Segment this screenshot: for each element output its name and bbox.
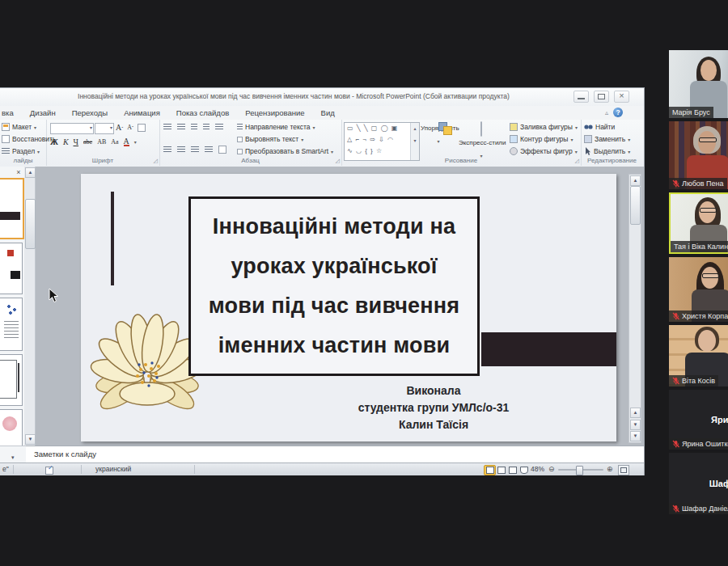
zoom-slider-thumb[interactable] xyxy=(576,466,583,475)
help-icon[interactable]: ? xyxy=(613,108,623,117)
replace-button[interactable]: Заменить xyxy=(595,135,625,143)
slide-sorter-view-button[interactable] xyxy=(495,465,507,475)
text-direction-button[interactable]: Направление текста xyxy=(245,123,311,131)
normal-view-button[interactable] xyxy=(484,465,496,475)
close-button[interactable] xyxy=(614,91,629,103)
smartart-button[interactable]: Преобразовать в SmartArt xyxy=(245,147,328,155)
paragraph-group-label: Абзац xyxy=(159,157,341,164)
slideshow-view-button[interactable] xyxy=(518,465,530,475)
participant-tile-active-speaker[interactable]: Тая і Віка Калин xyxy=(669,192,728,254)
character-spacing-button[interactable]: АВ xyxy=(97,138,106,146)
section-button[interactable]: Раздел xyxy=(12,147,35,155)
thumbnails-scrollbar[interactable]: ▲ ▼ xyxy=(24,167,36,446)
align-text-button[interactable]: Выровнять текст xyxy=(245,135,298,143)
slide-thumbnail-4[interactable] xyxy=(0,354,23,406)
tab-transitions[interactable]: Переходы xyxy=(64,108,116,117)
title-line: Інноваційні методи на xyxy=(191,207,477,247)
justify-icon[interactable] xyxy=(205,146,213,153)
slide-thumbnail-3[interactable] xyxy=(0,298,23,351)
zoom-slider[interactable] xyxy=(558,469,603,471)
select-button[interactable]: Выделить xyxy=(594,147,625,155)
ribbon-group-drawing: ▭ ╲ ╲ ▢ ◯ ▣ △ ⌐ ¬ ⇨ ⇩ ◠ ∿ ◡ { } ☆ ▴▾ Упо… xyxy=(341,120,582,166)
columns-icon[interactable] xyxy=(218,146,226,154)
slide-credit-text[interactable]: Виконала студентка групи УМЛс/о-31 Калин… xyxy=(328,382,539,433)
text-direction-icon xyxy=(237,124,243,130)
drawing-dialog-launcher[interactable]: ◿ xyxy=(575,158,579,164)
numbering-icon[interactable] xyxy=(177,124,185,130)
scroll-up-icon[interactable]: ▲ xyxy=(630,175,641,186)
underline-button[interactable]: Ч xyxy=(74,137,79,146)
shape-fill-button[interactable]: Заливка фигуры xyxy=(520,123,573,131)
grow-font-button[interactable]: Аˆ xyxy=(116,123,123,132)
font-name-select[interactable] xyxy=(50,123,94,134)
scroll-thumb[interactable] xyxy=(630,186,641,225)
quick-styles-button[interactable]: Экспресс-стили ▾ xyxy=(459,122,504,158)
previous-slide-icon[interactable]: ▲ xyxy=(630,408,641,418)
mic-off-icon xyxy=(672,377,679,385)
participant-tile[interactable]: Любов Пена xyxy=(669,121,728,189)
participant-tile[interactable]: Христя Корпан xyxy=(669,257,728,322)
tab-animation[interactable]: Анимация xyxy=(116,108,168,117)
slide-title-box[interactable]: Інноваційні методи на уроках української… xyxy=(188,196,480,376)
participant-name-label: Тая і Віка Калин xyxy=(671,241,728,252)
participant-tile[interactable]: Шафар Д Шафар Даніел xyxy=(669,453,728,514)
change-case-button[interactable]: Аа xyxy=(111,138,118,146)
layout-icon xyxy=(2,123,10,131)
arrange-button[interactable]: Упорядочить ▾ xyxy=(421,122,456,158)
close-panel-icon[interactable]: × xyxy=(15,168,23,176)
bullets-icon[interactable] xyxy=(163,124,171,130)
collapse-ribbon-icon[interactable]: ▵ xyxy=(605,109,608,116)
reading-view-button[interactable] xyxy=(506,465,518,475)
font-color-button[interactable]: А xyxy=(124,137,129,146)
italic-button[interactable]: К xyxy=(63,137,69,146)
editor-scrollbar[interactable]: ▲ ▲ ▼ ▼ xyxy=(629,174,641,443)
line-spacing-icon[interactable] xyxy=(215,124,223,130)
participant-tile[interactable]: Марія Брус xyxy=(669,50,728,118)
align-left-icon[interactable] xyxy=(163,146,171,153)
notes-pane[interactable]: Заметки к слайду xyxy=(26,446,644,463)
font-group-label: Шрифт xyxy=(46,157,159,164)
font-dialog-launcher[interactable]: ◿ xyxy=(154,158,158,164)
shapes-scrollbar[interactable]: ▴▾ xyxy=(410,123,419,160)
tab-slideshow[interactable]: Показ слайдов xyxy=(168,108,237,117)
layout-button[interactable]: Макет xyxy=(12,123,32,131)
shrink-font-button[interactable]: Аˇ xyxy=(127,124,133,131)
shapes-gallery[interactable]: ▭ ╲ ╲ ▢ ◯ ▣ △ ⌐ ¬ ⇨ ⇩ ◠ ∿ ◡ { } ☆ ▴▾ xyxy=(344,122,420,161)
minimize-button[interactable] xyxy=(574,91,589,103)
zoom-in-icon[interactable]: ⊕ xyxy=(607,465,613,473)
zoom-out-icon[interactable]: ⊖ xyxy=(548,465,555,473)
slide-thumbnail-1[interactable] xyxy=(0,178,24,239)
slide-thumbnail-5[interactable] xyxy=(0,409,23,447)
tab-design[interactable]: Дизайн xyxy=(22,108,64,117)
find-button[interactable]: Найти xyxy=(595,123,615,131)
strikethrough-button[interactable]: abc xyxy=(83,138,92,146)
shape-effects-button[interactable]: Эффекты фигур xyxy=(520,147,573,155)
paragraph-dialog-launcher[interactable]: ◿ xyxy=(336,158,340,164)
participant-tile[interactable]: Ярина О Ярина Ошитко xyxy=(669,390,728,450)
splitter-handle-icon[interactable]: ▾ xyxy=(11,454,15,461)
scroll-down-icon[interactable]: ▼ xyxy=(630,431,641,441)
slide-canvas[interactable]: Інноваційні методи на уроках української… xyxy=(81,174,616,441)
align-center-icon[interactable] xyxy=(177,146,185,153)
align-right-icon[interactable] xyxy=(191,146,199,153)
clear-formatting-icon[interactable] xyxy=(138,124,146,132)
font-size-select[interactable] xyxy=(95,123,114,134)
increase-indent-icon[interactable] xyxy=(203,124,210,130)
next-slide-icon[interactable]: ▼ xyxy=(630,420,641,430)
fit-to-window-icon[interactable] xyxy=(618,465,629,475)
zoom-level[interactable]: 48% xyxy=(531,465,544,473)
tab-view[interactable]: Вид xyxy=(313,108,343,117)
shape-outline-button[interactable]: Контур фигуры xyxy=(520,135,568,143)
restore-button[interactable] xyxy=(594,91,609,103)
slide-thumbnail-2[interactable] xyxy=(0,243,23,294)
bold-button[interactable]: Ж xyxy=(50,137,58,146)
tab-review[interactable]: Рецензирование xyxy=(237,108,312,117)
tab-vstavka[interactable]: вка xyxy=(0,108,22,117)
window-titlebar[interactable]: Інноваційні методи на уроках української… xyxy=(0,88,644,107)
slide-thumbnails-panel: × xyxy=(0,167,25,446)
section-icon xyxy=(2,148,10,154)
participant-tile[interactable]: Віта Косів xyxy=(669,325,728,386)
mic-off-icon xyxy=(672,440,679,448)
decrease-indent-icon[interactable] xyxy=(191,124,197,130)
language-indicator[interactable]: украинский xyxy=(95,465,131,473)
